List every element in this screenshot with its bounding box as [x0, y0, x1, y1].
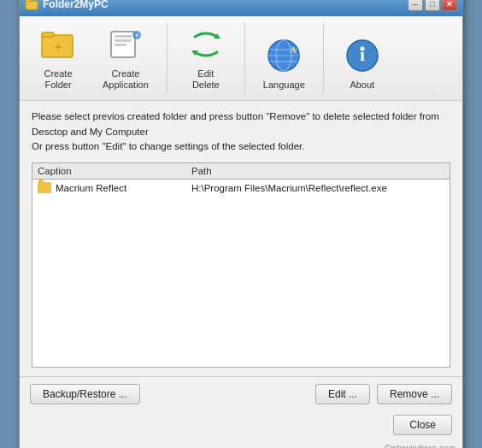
bottom-right-buttons: Edit ... Remove ... [315, 384, 452, 404]
remove-button[interactable]: Remove ... [377, 384, 452, 404]
description-text: Please select previos created folder and… [32, 109, 450, 154]
table-row[interactable]: Macrium Reflect H:\Program Files\Macrium… [32, 180, 450, 196]
row-path-cell: H:\Program Files\Macrium\Reflect\reflect… [191, 183, 444, 193]
svg-rect-7 [115, 39, 132, 42]
svg-text:A: A [290, 44, 297, 55]
row-caption-cell: Macrium Reflect [38, 182, 191, 193]
create-application-icon: + [105, 24, 146, 65]
create-application-label: CreateApplication [103, 68, 149, 91]
language-button[interactable]: A Language [252, 20, 316, 97]
close-button[interactable]: ✕ [442, 0, 457, 11]
about-button[interactable]: i About [331, 20, 394, 97]
backup-restore-button[interactable]: Backup/Restore ... [30, 384, 140, 404]
title-bar-text: Folder2MyPC [25, 0, 109, 11]
edit-button[interactable]: Edit ... [315, 384, 370, 404]
maximize-button[interactable]: □ [425, 0, 440, 11]
svg-rect-6 [115, 35, 132, 38]
create-folder-label: CreateFolder [44, 68, 72, 91]
minimize-button[interactable]: ─ [408, 0, 423, 11]
content-area: Please select previos created folder and… [20, 101, 462, 376]
watermark: ©intowindows.com [20, 442, 462, 448]
create-folder-icon: + [38, 24, 79, 65]
header-caption: Caption [38, 166, 191, 176]
toolbar-separator-3 [323, 23, 324, 93]
description-line3: Or press button "Edit" to change setting… [32, 141, 305, 151]
app-icon [25, 0, 38, 11]
edit-delete-icon [185, 24, 226, 65]
language-label: Language [263, 80, 305, 91]
bottom-bar: Backup/Restore ... Edit ... Remove ... [20, 376, 462, 411]
list-header: Caption Path [32, 163, 450, 180]
main-window: Folder2MyPC ─ □ ✕ + CreateFolder [19, 0, 463, 448]
edit-delete-label: EditDelete [192, 68, 220, 91]
toolbar-separator-1 [167, 23, 168, 93]
svg-text:+: + [55, 40, 62, 54]
row-folder-icon [38, 182, 51, 193]
folder-list[interactable]: Caption Path Macrium Reflect H:\Program … [32, 162, 450, 368]
svg-point-21 [360, 47, 364, 51]
about-label: About [350, 80, 374, 91]
create-application-button[interactable]: + CreateApplication [91, 20, 160, 97]
svg-rect-3 [42, 32, 54, 37]
window-title: Folder2MyPC [43, 0, 109, 10]
title-bar: Folder2MyPC ─ □ ✕ [20, 0, 462, 16]
toolbar-separator-2 [244, 23, 245, 93]
toolbar: + CreateFolder + CreateApplication [20, 16, 462, 101]
svg-rect-8 [115, 44, 126, 46]
svg-rect-1 [26, 0, 31, 2]
row-caption-text: Macrium Reflect [56, 183, 126, 193]
about-icon: i [342, 35, 383, 76]
language-icon: A [263, 35, 304, 76]
edit-delete-button[interactable]: EditDelete [174, 20, 238, 97]
close-final-button[interactable]: Close [393, 415, 452, 435]
create-folder-button[interactable]: + CreateFolder [26, 20, 90, 97]
description-line2: Desctop and My Computer [32, 127, 149, 137]
description-line1: Please select previos created folder and… [32, 111, 439, 121]
svg-text:+: + [135, 32, 138, 38]
header-path: Path [191, 166, 444, 176]
title-controls: ─ □ ✕ [408, 0, 457, 11]
